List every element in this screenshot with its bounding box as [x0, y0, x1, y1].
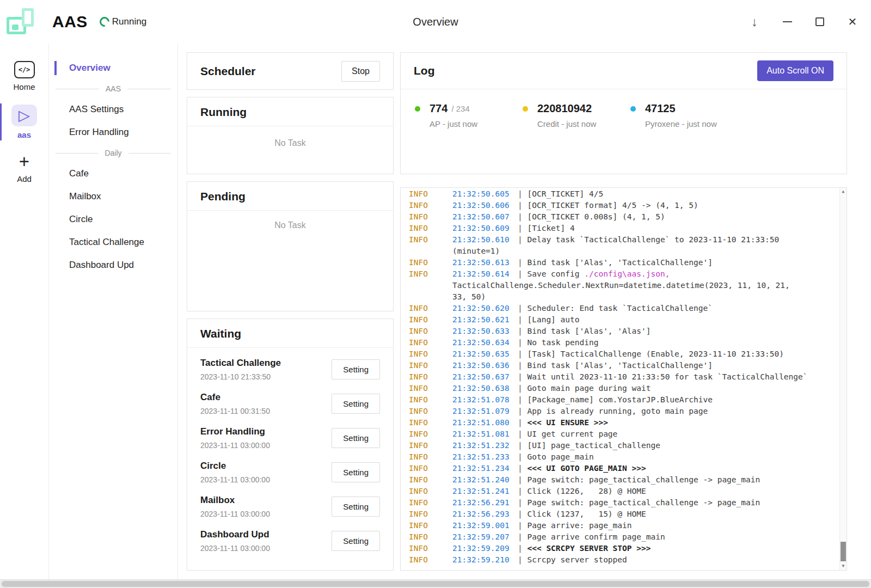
log-time: 21:32:59.207 [452, 531, 518, 543]
log-time: 21:32:51.079 [452, 406, 518, 417]
log-time: 21:32:51.241 [452, 486, 518, 497]
waiting-task-setting-button[interactable]: Setting [332, 428, 380, 448]
log-level: INFO [409, 326, 452, 337]
play-icon: ▷ [11, 105, 37, 126]
log-level: INFO [409, 497, 452, 509]
log-line: INFO21:32:50.609| [Ticket] 4 [409, 223, 830, 234]
sidebar-item-aas-settings[interactable]: AAS Settings [49, 98, 177, 121]
scheduler-stop-button[interactable]: Stop [341, 61, 380, 82]
log-message: UI get current page [527, 430, 617, 438]
sidebar-item-label: Circle [69, 214, 93, 224]
sidebar-item-cafe[interactable]: Cafe [49, 162, 177, 185]
log-time: 21:32:50.634 [452, 337, 518, 348]
waiting-task-name: Mailbox [200, 495, 270, 506]
log-level: INFO [409, 303, 452, 314]
log-line: INFO21:32:50.636| Bind task ['Alas', 'Ta… [409, 360, 830, 371]
waiting-task-time: 2023-11-11 03:00:00 [200, 475, 270, 484]
log-lines: INFO21:32:50.598| [Status] WIN INFO21:32… [409, 187, 830, 566]
close-button[interactable]: ✕ [846, 15, 859, 28]
waiting-task-setting-button[interactable]: Setting [332, 462, 380, 482]
pending-title: Pending [200, 190, 380, 203]
log-level: INFO [409, 360, 452, 371]
plus-icon: + [19, 152, 29, 170]
log-level: INFO [409, 474, 452, 486]
log-line: INFO21:32:50.633| Bind task ['Alas', 'Al… [409, 326, 830, 337]
rail-item-add[interactable]: + Add [0, 146, 48, 190]
rail-item-home[interactable]: </> Home [0, 54, 48, 98]
sidebar-item-circle[interactable]: Circle [49, 208, 177, 231]
waiting-task-name: Tactical Challenge [200, 358, 281, 369]
log-separator: | [518, 372, 527, 381]
log-time: 21:32:50.609 [452, 223, 518, 234]
log-level: INFO [409, 463, 452, 474]
running-card: Running No Task [187, 97, 394, 174]
log-time: 21:32:56.291 [452, 497, 518, 509]
log-level: INFO [409, 348, 452, 360]
download-button[interactable]: ↓ [748, 15, 761, 28]
log-level: INFO [409, 337, 452, 348]
log-message: <<< UI GOTO PAGE_MAIN >>> [527, 464, 646, 473]
scroll-up-icon[interactable]: ▲ [840, 188, 847, 195]
sidebar-item-mailbox[interactable]: Mailbox [49, 185, 177, 208]
log-message: Page switch: page_tactical_challenge -> … [527, 498, 760, 507]
horizontal-scrollbar[interactable] [0, 579, 871, 588]
log-line: INFO21:32:50.607| [OCR_TICKET 0.008s] (4… [409, 211, 830, 223]
stat-label: Credit - just now [537, 119, 630, 128]
log-message: [Package_name] com.YostarJP.BlueArchive [527, 395, 712, 404]
rail-item-aas-label: aas [17, 130, 31, 139]
page-title: Overview [413, 16, 458, 28]
waiting-card: Waiting Tactical Challenge 2023-11-10 21… [187, 318, 394, 571]
log-line: INFO21:32:50.620| Scheduler: End task `T… [409, 303, 830, 314]
status-label: Running [112, 16, 146, 27]
log-level: INFO [409, 417, 452, 428]
running-spinner-icon [97, 15, 111, 28]
sidebar-item-tactical-challenge[interactable]: Tactical Challenge [49, 231, 177, 254]
log-scrollbar[interactable]: ▲ ▼ [839, 188, 847, 570]
scroll-down-icon[interactable]: ▼ [840, 562, 847, 570]
log-separator: | [518, 384, 527, 393]
log-message: Page arrive confirm page_main [527, 532, 665, 541]
log-message: Goto page_main [527, 452, 593, 461]
log-separator: | [518, 361, 527, 370]
status-indicator: Running [100, 16, 146, 27]
minimize-icon [783, 21, 792, 22]
log-message: [OCR_TICKET format] 4/5 -> (4, 1, 5) [527, 201, 698, 210]
log-message: Scheduler: End task `TacticalChallenge` [527, 304, 712, 313]
horizontal-scrollbar-thumb[interactable] [2, 581, 869, 587]
log-level: INFO [409, 486, 452, 497]
log-time: 21:32:50.635 [452, 348, 518, 360]
stat-total: / 234 [451, 104, 469, 113]
log-message: Page arrive: page_main [527, 521, 631, 530]
sidebar-item-overview[interactable]: Overview [49, 57, 177, 79]
close-icon: ✕ [848, 15, 857, 28]
sidebar-list: Overview AAS AAS Settings Error Handling… [49, 57, 177, 277]
maximize-button[interactable] [813, 15, 826, 28]
log-separator: | [518, 521, 527, 530]
stat-value: 220810942 [537, 102, 592, 115]
nav-rail: </> Home ▷ aas + Add [0, 44, 49, 579]
log-level: INFO [409, 394, 452, 406]
log-line: INFO21:32:50.638| Goto main page during … [409, 383, 830, 394]
waiting-task-setting-button[interactable]: Setting [332, 497, 380, 517]
waiting-task-setting-button[interactable]: Setting [332, 359, 380, 379]
sidebar-item-label: Overview [69, 63, 111, 73]
log-message: Click (1226, 28) @ HOME [527, 487, 646, 495]
stat-value: 774 [430, 102, 447, 115]
auto-scroll-button[interactable]: Auto Scroll ON [757, 60, 833, 81]
rail-item-aas[interactable]: ▷ aas [0, 98, 48, 146]
sidebar-item-error-handling[interactable]: Error Handling [49, 121, 177, 144]
stat-dot [415, 106, 420, 112]
pending-empty-text: No Task [187, 211, 393, 230]
log-level: INFO [409, 428, 452, 440]
log-line: INFO21:32:51.234| <<< UI GOTO PAGE_MAIN … [409, 463, 830, 474]
log-scrollbar-thumb[interactable] [841, 542, 846, 561]
sidebar-item-dashboard-upd[interactable]: Dashboard Upd [49, 254, 177, 277]
stat-item: 220810942 Credit - just now [523, 102, 630, 128]
minimize-button[interactable] [781, 15, 794, 28]
running-title: Running [200, 106, 380, 119]
waiting-task-setting-button[interactable]: Setting [332, 394, 380, 414]
waiting-task-setting-button[interactable]: Setting [332, 531, 380, 551]
log-time: 21:32:50.637 [452, 371, 518, 383]
rail-item-add-label: Add [17, 174, 32, 183]
waiting-task-time: 2023-11-11 00:31:50 [200, 407, 270, 415]
